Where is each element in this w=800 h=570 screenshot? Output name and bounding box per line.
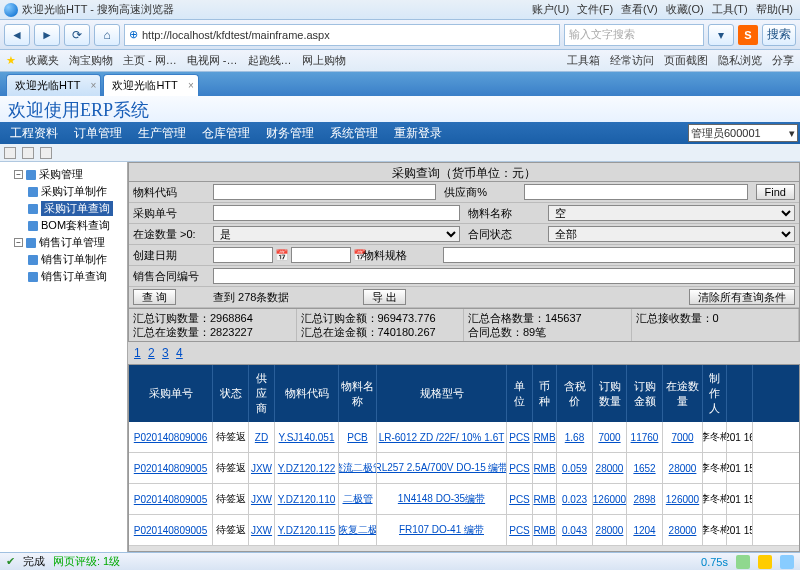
page-link[interactable]: 4 [176, 346, 183, 360]
menu-relogin[interactable]: 重新登录 [386, 122, 450, 144]
favorites-label[interactable]: 收藏夹 [26, 53, 59, 68]
input-date-from[interactable] [213, 247, 273, 263]
back-button[interactable]: ◄ [4, 24, 30, 46]
calendar-icon[interactable]: 📅 [275, 249, 289, 262]
find-button[interactable]: Find [756, 184, 795, 200]
cell-po[interactable]: P020140809005 [129, 484, 213, 514]
collapse-icon[interactable]: − [14, 170, 23, 179]
table-row[interactable]: P020140809006待签返ZDY.SJ140.051PCBLR-6012 … [129, 422, 799, 453]
cell-supplier[interactable]: ZD [249, 422, 275, 452]
bookmark-link[interactable]: 主页 - 网… [123, 53, 177, 68]
menu-system[interactable]: 系统管理 [322, 122, 386, 144]
bookmark-link[interactable]: 淘宝购物 [69, 53, 113, 68]
table-row[interactable]: P020140809005待签返JXWY.DZ120.122整流二极管RL257… [129, 453, 799, 484]
input-date-to[interactable] [291, 247, 351, 263]
cell-spec[interactable]: RL257 2.5A/700V DO-15 编带 [377, 453, 507, 483]
menu-favorites[interactable]: 收藏(O) [663, 2, 707, 17]
close-icon[interactable]: × [91, 80, 97, 91]
col-cur[interactable]: 币种 [533, 365, 557, 422]
cell-spec[interactable]: FR107 DO-41 编带 [377, 515, 507, 545]
table-row[interactable]: P020140809005待签返JXWY.DZ120.110二极管1N4148 … [129, 484, 799, 515]
menu-engineering[interactable]: 工程资料 [2, 122, 66, 144]
menu-help[interactable]: 帮助(H) [753, 2, 796, 17]
col-supplier[interactable]: 供应商 [249, 365, 275, 422]
toolkit-link[interactable]: 工具箱 [567, 53, 600, 68]
cell-supplier[interactable]: JXW [249, 484, 275, 514]
col-price[interactable]: 含税价 [557, 365, 593, 422]
cell-code[interactable]: Y.DZ120.115 [275, 515, 339, 545]
tb-icon[interactable] [40, 147, 52, 159]
collapse-icon[interactable]: − [14, 238, 23, 247]
browser-tab[interactable]: 欢迎光临HTT× [103, 74, 198, 96]
screenshot-link[interactable]: 页面截图 [664, 53, 708, 68]
menu-production[interactable]: 生产管理 [130, 122, 194, 144]
select-contract-status[interactable]: 全部 [548, 226, 795, 242]
reload-button[interactable]: ⟳ [64, 24, 90, 46]
col-name[interactable]: 物料名称 [339, 365, 377, 422]
user-selector[interactable]: 管理员600001▾ [688, 124, 798, 142]
search-engine-switch[interactable]: ▾ [708, 24, 734, 46]
select-material-name[interactable]: 空 [548, 205, 795, 221]
col-status[interactable]: 状态 [213, 365, 249, 422]
col-unit[interactable]: 单位 [507, 365, 533, 422]
bookmark-link[interactable]: 网上购物 [302, 53, 346, 68]
tree-item-po-create[interactable]: 采购订单制作 [2, 183, 125, 200]
address-bar[interactable]: ⊕ http://localhost/kfdtest/mainframe.asp… [124, 24, 560, 46]
menu-finance[interactable]: 财务管理 [258, 122, 322, 144]
search-input[interactable]: 输入文字搜索 [564, 24, 704, 46]
table-row[interactable]: P020140809005待签返JXWY.DZ120.115快恢复二极管FR10… [129, 515, 799, 546]
menu-orders[interactable]: 订单管理 [66, 122, 130, 144]
page-link[interactable]: 2 [148, 346, 155, 360]
col-date[interactable] [727, 365, 753, 422]
cell-code[interactable]: Y.SJ140.051 [275, 422, 339, 452]
cell-supplier[interactable]: JXW [249, 515, 275, 545]
cell-name[interactable]: 整流二极管 [339, 453, 377, 483]
cell-po[interactable]: P020140809005 [129, 515, 213, 545]
browser-tab[interactable]: 欢迎光临HTT× [6, 74, 101, 96]
clear-button[interactable]: 清除所有查询条件 [689, 289, 795, 305]
private-link[interactable]: 隐私浏览 [718, 53, 762, 68]
cell-supplier[interactable]: JXW [249, 453, 275, 483]
bookmark-link[interactable]: 电视网 -… [187, 53, 238, 68]
status-icon[interactable] [736, 555, 750, 569]
cell-spec[interactable]: LR-6012 ZD /22F/ 10% 1.6T [377, 422, 507, 452]
tree-item-po-query[interactable]: 采购订单查询 [2, 200, 125, 217]
forward-button[interactable]: ► [34, 24, 60, 46]
cell-name[interactable]: 二极管 [339, 484, 377, 514]
search-button[interactable]: 查 询 [133, 289, 176, 305]
status-icon[interactable] [758, 555, 772, 569]
menu-tools[interactable]: 工具(T) [709, 2, 751, 17]
sogou-icon[interactable]: S [738, 25, 758, 45]
col-transit[interactable]: 在途数量 [663, 365, 703, 422]
col-maker[interactable]: 制作人 [703, 365, 727, 422]
close-icon[interactable]: × [188, 80, 194, 91]
bookmark-link[interactable]: 起跑线… [248, 53, 292, 68]
page-link[interactable]: 3 [162, 346, 169, 360]
select-transit[interactable]: 是 [213, 226, 460, 242]
page-link[interactable]: 1 [134, 346, 141, 360]
menu-account[interactable]: 账户(U) [529, 2, 572, 17]
tree-item-so-create[interactable]: 销售订单制作 [2, 251, 125, 268]
col-code[interactable]: 物料代码 [275, 365, 339, 422]
export-button[interactable]: 导 出 [363, 289, 406, 305]
frequent-link[interactable]: 经常访问 [610, 53, 654, 68]
page-rating[interactable]: 网页评级: 1级 [53, 554, 120, 569]
cell-name[interactable]: 快恢复二极管 [339, 515, 377, 545]
tree-item-bom-query[interactable]: BOM套料查询 [2, 217, 125, 234]
tree-node-purchase[interactable]: −采购管理 [2, 166, 125, 183]
col-po[interactable]: 采购单号 [129, 365, 213, 422]
col-amt[interactable]: 订购金额 [627, 365, 663, 422]
cell-name[interactable]: PCB [339, 422, 377, 452]
col-qty[interactable]: 订购数量 [593, 365, 627, 422]
tb-icon[interactable] [22, 147, 34, 159]
share-link[interactable]: 分享 [772, 53, 794, 68]
search-button[interactable]: 搜索 [762, 24, 796, 46]
home-button[interactable]: ⌂ [94, 24, 120, 46]
cell-code[interactable]: Y.DZ120.122 [275, 453, 339, 483]
menu-warehouse[interactable]: 仓库管理 [194, 122, 258, 144]
cell-spec[interactable]: 1N4148 DO-35编带 [377, 484, 507, 514]
cell-code[interactable]: Y.DZ120.110 [275, 484, 339, 514]
cell-po[interactable]: P020140809005 [129, 453, 213, 483]
input-supplier[interactable] [524, 184, 747, 200]
status-icon[interactable] [780, 555, 794, 569]
